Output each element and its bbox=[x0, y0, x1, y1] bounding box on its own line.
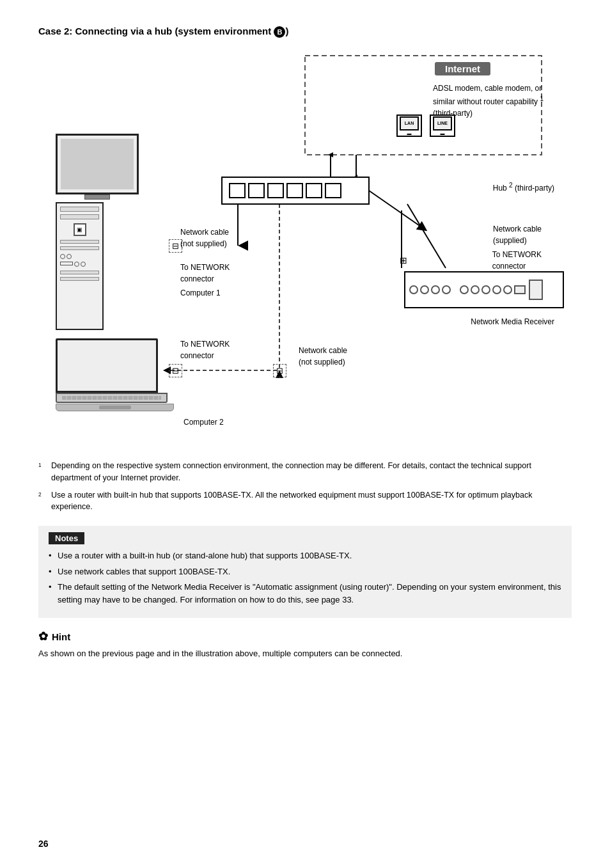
nmr-port-6 bbox=[471, 285, 480, 294]
computer1-label: Computer 1 bbox=[180, 287, 221, 299]
title-suffix: ) bbox=[285, 26, 288, 36]
modem-line-icon: LINE ▬ bbox=[430, 114, 455, 137]
nmr-port-7 bbox=[481, 285, 490, 294]
notes-item-3: The default setting of the Network Media… bbox=[49, 581, 561, 606]
nmr-port-4 bbox=[442, 285, 451, 294]
to-network-connector-2: To NETWORK connector bbox=[492, 249, 542, 272]
network-cable-right bbox=[401, 210, 402, 268]
nmr-port-8 bbox=[492, 285, 501, 294]
network-cable-not-supplied-label: Network cable(not supplied) bbox=[180, 226, 229, 249]
hint-text: As shown on the previous page and in the… bbox=[38, 647, 572, 660]
svg-rect-4 bbox=[249, 184, 264, 198]
notes-list: Use a router with a built-in hub (or sta… bbox=[49, 549, 561, 606]
to-network-connector-3: To NETWORK connector bbox=[180, 338, 230, 361]
cable-connector-1: ⊟ bbox=[169, 239, 182, 253]
nmr-port-9 bbox=[503, 285, 512, 294]
notes-header: Notes bbox=[49, 532, 84, 544]
network-cable-not-supplied-2-label: Network cable(not supplied) bbox=[299, 345, 347, 368]
computer1-desktop: ▣ bbox=[56, 134, 139, 330]
footnote-1: 1 Depending on the respective system con… bbox=[38, 460, 572, 484]
footnotes-section: 1 Depending on the respective system con… bbox=[38, 460, 572, 513]
hint-section: ✿ Hint As shown on the previous page and… bbox=[38, 629, 572, 660]
nmr-label: Network Media Receiver bbox=[471, 316, 554, 327]
internet-label: Internet bbox=[435, 62, 490, 75]
title-text: Case 2: Connecting via a hub (system env… bbox=[38, 26, 274, 36]
nmr-port-5 bbox=[460, 285, 469, 294]
nmr-port-3 bbox=[431, 285, 440, 294]
svg-rect-5 bbox=[268, 184, 283, 198]
svg-rect-3 bbox=[230, 184, 245, 198]
notes-item-1: Use a router with a built-in hub (or sta… bbox=[49, 549, 561, 562]
page-title: Case 2: Connecting via a hub (system env… bbox=[38, 26, 572, 38]
svg-rect-7 bbox=[306, 184, 322, 198]
page-number: 26 bbox=[38, 839, 49, 849]
notes-item-2: Use network cables that support 100BASE-… bbox=[49, 565, 561, 578]
svg-rect-6 bbox=[287, 184, 302, 198]
computer2-laptop bbox=[56, 338, 174, 411]
hub-label: Hub 2 (third-party) bbox=[493, 182, 554, 193]
cable-connector-3: ⊟ bbox=[273, 364, 286, 377]
modem-lan-icon: LAN ▬ bbox=[396, 114, 422, 137]
svg-line-14 bbox=[407, 204, 446, 268]
cable-connector-2: ⊟ bbox=[169, 364, 182, 377]
footnote-2: 2 Use a router with built-in hub that su… bbox=[38, 489, 572, 514]
to-network-connector-1: To NETWORK connector bbox=[180, 262, 230, 285]
nmr-port-1 bbox=[409, 285, 418, 294]
computer2-label: Computer 2 bbox=[184, 416, 224, 428]
svg-rect-2 bbox=[222, 177, 369, 204]
svg-line-10 bbox=[369, 191, 425, 230]
nmr-port-2 bbox=[420, 285, 429, 294]
circle-b-icon: B bbox=[274, 26, 285, 38]
svg-rect-8 bbox=[325, 184, 341, 198]
modem-description: ADSL modem, cable modem, or similar with… bbox=[433, 83, 561, 119]
modem-icons: LAN ▬ LINE ▬ bbox=[396, 114, 455, 137]
nmr-port-large bbox=[529, 280, 543, 300]
notes-box: Notes Use a router with a built-in hub (… bbox=[38, 526, 572, 618]
hint-icon: ✿ bbox=[38, 629, 48, 643]
hint-title: ✿ Hint bbox=[38, 629, 572, 643]
nmr-device bbox=[404, 271, 564, 308]
network-cable-supplied-label: Network cable(supplied) bbox=[493, 223, 542, 246]
diagram-area: Internet ADSL modem, cable modem, or sim… bbox=[43, 51, 567, 447]
nmr-port-rect bbox=[514, 285, 526, 294]
